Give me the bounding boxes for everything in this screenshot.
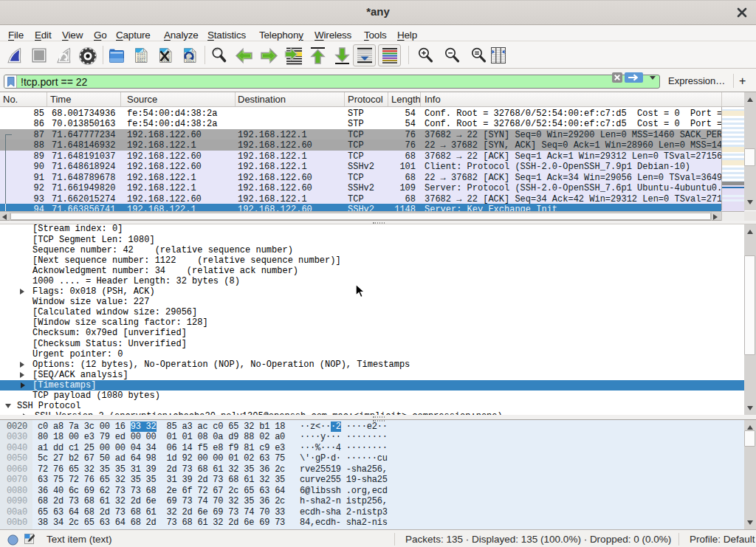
svg-text:0011: 0011 (186, 59, 195, 63)
svg-text:0011: 0011 (137, 59, 146, 63)
